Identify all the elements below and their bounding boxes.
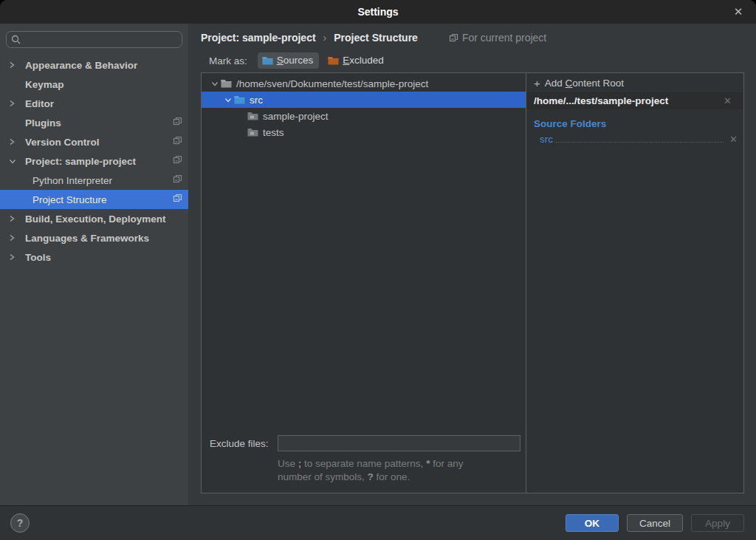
tree-row-sample-project[interactable]: sample-project: [202, 108, 526, 124]
current-project-badge-icon: [173, 136, 182, 148]
excluded-folder-icon: [328, 56, 339, 65]
content-root-details: + Add Content Root /home/.../test/sample…: [526, 73, 743, 493]
breadcrumb-project[interactable]: Project: sample-project: [201, 32, 316, 44]
dialog-title: Settings: [357, 6, 398, 18]
sidebar-item-project-structure[interactable]: Project Structure: [0, 190, 188, 209]
content-root-item[interactable]: /home/.../test/sample-project ✕: [526, 92, 743, 109]
ok-button[interactable]: OK: [566, 514, 619, 532]
dotted-leader: [554, 142, 724, 143]
tree-row-content-root[interactable]: /home/sven/Dokumente/test/sample-project: [202, 75, 526, 92]
search-box[interactable]: [6, 31, 182, 48]
source-folder-item[interactable]: src ✕: [526, 131, 743, 146]
folder-icon: [221, 79, 232, 88]
chevron-right-icon: [9, 234, 25, 242]
chevron-down-icon: [9, 158, 25, 165]
structure-panels: /home/sven/Dokumente/test/sample-project…: [201, 72, 744, 493]
breadcrumb-separator: ›: [323, 32, 327, 44]
sidebar-item-version-control[interactable]: Version Control: [0, 132, 188, 151]
folder-icon: [247, 128, 258, 137]
help-button[interactable]: ?: [10, 513, 30, 533]
current-project-badge-icon: [173, 155, 182, 167]
mark-sources-button[interactable]: Sources: [258, 52, 320, 69]
chevron-down-icon[interactable]: [209, 81, 221, 87]
tree-row-src[interactable]: src: [202, 92, 526, 108]
sidebar-item-keymap[interactable]: Keymap: [0, 75, 188, 94]
sidebar-item-tools[interactable]: Tools: [0, 247, 188, 267]
content-root-tree: /home/sven/Dokumente/test/sample-project…: [202, 73, 526, 493]
source-folder-name: src: [540, 134, 553, 145]
chevron-right-icon: [9, 138, 25, 146]
current-project-badge-icon: [173, 194, 182, 205]
mark-as-toolbar: Mark as: Sources Excluded: [188, 49, 756, 72]
settings-nav: Appearance & Behavior Keymap Editor Plug…: [0, 55, 188, 267]
tree-row-tests[interactable]: tests: [202, 124, 526, 140]
current-project-badge-icon: [173, 117, 182, 129]
exclude-files-section: Exclude files: Use ; to separate name pa…: [202, 435, 526, 493]
source-folder-icon: [234, 95, 245, 104]
chevron-right-icon: [9, 253, 25, 261]
settings-dialog: Settings ✕ Appearance & Behavior Keymap: [0, 0, 756, 540]
search-icon: [11, 35, 21, 44]
source-folders-header: Source Folders: [526, 109, 743, 131]
sidebar-item-plugins[interactable]: Plugins: [0, 113, 188, 132]
remove-content-root-icon[interactable]: ✕: [719, 95, 736, 106]
content-root-path: /home/.../test/sample-project: [534, 95, 719, 106]
breadcrumb: Project: sample-project › Project Struct…: [188, 24, 756, 49]
apply-button[interactable]: Apply: [691, 514, 744, 532]
breadcrumb-page: Project Structure: [334, 32, 418, 44]
title-bar: Settings ✕: [0, 0, 756, 24]
folder-icon: [247, 112, 258, 120]
remove-source-folder-icon[interactable]: ✕: [725, 134, 742, 145]
current-project-badge-icon: [449, 33, 458, 43]
mark-as-label: Mark as:: [209, 55, 247, 66]
sidebar-item-project-sample-project[interactable]: Project: sample-project: [0, 151, 188, 171]
close-icon[interactable]: ✕: [728, 0, 749, 24]
main-panel: Project: sample-project › Project Struct…: [188, 24, 756, 505]
plus-icon: +: [534, 77, 540, 89]
chevron-right-icon: [9, 100, 25, 107]
current-project-badge-icon: [173, 174, 182, 186]
chevron-right-icon: [9, 215, 25, 222]
sidebar-item-appearance-behavior[interactable]: Appearance & Behavior: [0, 55, 188, 75]
exclude-files-hint: Use ; to separate name patterns, * for a…: [278, 457, 521, 484]
exclude-files-input[interactable]: [278, 435, 520, 451]
sidebar-item-languages-frameworks[interactable]: Languages & Frameworks: [0, 228, 188, 247]
cancel-button[interactable]: Cancel: [627, 514, 683, 532]
sidebar-item-build-execution-deployment[interactable]: Build, Execution, Deployment: [0, 209, 188, 228]
chevron-right-icon: [9, 61, 25, 69]
sidebar-item-editor[interactable]: Editor: [0, 94, 188, 113]
sidebar-item-python-interpreter[interactable]: Python Interpreter: [0, 171, 188, 190]
dialog-footer: ? OK Cancel Apply: [0, 505, 756, 540]
search-input[interactable]: [24, 34, 177, 45]
settings-sidebar: Appearance & Behavior Keymap Editor Plug…: [0, 24, 188, 505]
chevron-down-icon[interactable]: [222, 97, 234, 103]
sources-folder-icon: [262, 56, 273, 65]
add-content-root-button[interactable]: + Add Content Root: [526, 73, 743, 92]
exclude-files-label: Exclude files:: [210, 438, 278, 449]
mark-excluded-button[interactable]: Excluded: [323, 52, 390, 69]
for-current-project-note: For current project: [449, 32, 546, 44]
